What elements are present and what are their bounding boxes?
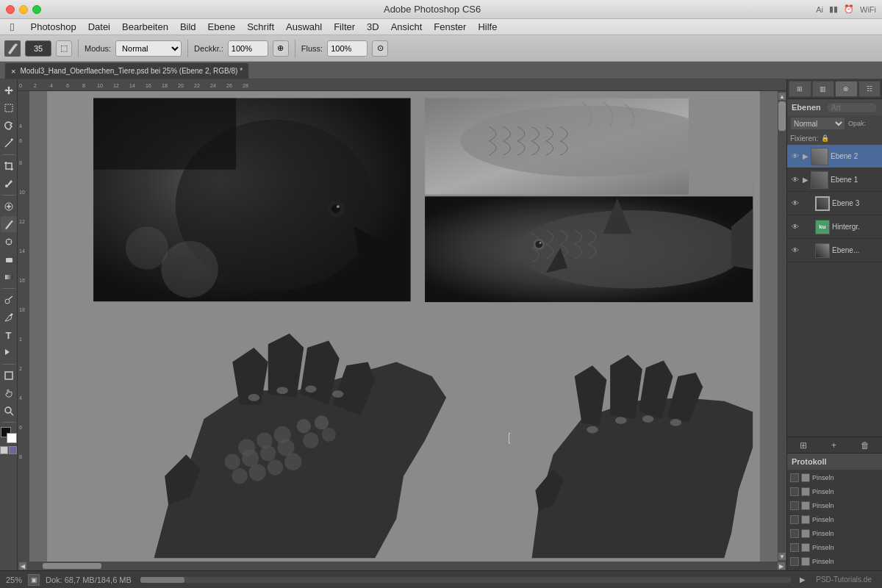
move-tool[interactable] — [1, 82, 17, 98]
proto-check-2[interactable] — [790, 487, 799, 496]
apple-menu[interactable]:  — [4, 19, 20, 35]
proto-check-5[interactable] — [790, 529, 799, 538]
modus-select[interactable]: Normal — [115, 40, 182, 57]
zoom-indicator[interactable]: ▣ — [28, 574, 40, 586]
pen-tool[interactable] — [1, 309, 17, 326]
path-select-tool[interactable] — [1, 345, 17, 361]
deckk-input[interactable] — [228, 40, 268, 57]
proto-check-1[interactable] — [790, 473, 799, 482]
quick-mask-mode[interactable] — [9, 446, 17, 454]
layers-icon-btn[interactable]: ⊞ — [789, 81, 811, 97]
zoom-tool[interactable] — [1, 403, 17, 419]
menu-auswahl[interactable]: Auswahl — [280, 20, 328, 34]
gradient-tool[interactable] — [1, 269, 17, 285]
proto-check-6[interactable] — [790, 543, 799, 552]
menu-ansicht[interactable]: Ansicht — [385, 20, 429, 34]
proto-item[interactable]: Pinseln — [789, 527, 881, 540]
lasso-tool[interactable] — [1, 118, 17, 134]
channels-icon-btn[interactable]: ▥ — [812, 81, 835, 97]
right-panel: ⊞ ▥ ⊗ ☷ Ebenen Normal Opak: Fixieren: 🔒 — [786, 79, 882, 570]
clone-tool[interactable] — [1, 234, 17, 250]
maximize-button[interactable] — [32, 5, 41, 14]
menu-hilfe[interactable]: Hilfe — [472, 20, 503, 34]
proto-color-3 — [801, 501, 810, 510]
close-button[interactable] — [6, 5, 15, 14]
new-group-btn[interactable]: ⊞ — [800, 440, 807, 451]
proto-item[interactable]: Pinseln — [789, 541, 881, 554]
layer-item[interactable]: 👁 ku Hintergr. — [787, 215, 882, 239]
layer-item[interactable]: 👁 ▶ Ebene 2 — [787, 145, 882, 168]
text-tool[interactable]: T — [1, 327, 17, 343]
proto-check-4[interactable] — [790, 515, 799, 524]
tab-close[interactable]: × — [11, 67, 15, 76]
scroll-thumb-v[interactable] — [778, 101, 786, 131]
proto-check-3[interactable] — [790, 501, 799, 510]
proto-item[interactable]: Pinseln — [789, 555, 881, 568]
proto-item[interactable]: Pinseln — [789, 471, 881, 484]
menu-datei[interactable]: Datei — [82, 20, 116, 34]
airbrush-icon[interactable]: ⊕ — [273, 40, 289, 57]
marquee-tool[interactable] — [1, 100, 17, 116]
ruler-side: 2 4 6 8 10 12 14 16 18 1 2 4 6 8 — [18, 91, 29, 562]
scroll-track-h[interactable] — [28, 563, 776, 569]
history-icon-btn[interactable]: ☷ — [858, 81, 881, 97]
scroll-left-btn[interactable]: ◀ — [19, 562, 26, 570]
heal-tool[interactable] — [1, 198, 17, 215]
svg-point-77 — [260, 445, 276, 461]
hand-tool[interactable] — [1, 385, 17, 401]
protokoll-panel: Protokoll Pinseln Pinseln Pinseln — [787, 453, 882, 570]
new-layer-btn[interactable]: + — [831, 440, 836, 451]
proto-item[interactable]: Pinseln — [789, 485, 881, 498]
menu-schrift[interactable]: Schrift — [241, 20, 280, 34]
paths-icon-btn[interactable]: ⊗ — [835, 81, 858, 97]
dodge-tool[interactable] — [1, 292, 17, 308]
scroll-right-btn[interactable]: ▶ — [778, 562, 785, 570]
menu-ebene[interactable]: Ebene — [202, 20, 242, 34]
fluss-input[interactable] — [327, 40, 368, 57]
proto-item[interactable]: Pinseln — [789, 499, 881, 512]
scroll-bar-bottom[interactable] — [140, 577, 791, 583]
menu-photoshop[interactable]: Photoshop — [24, 20, 82, 34]
delete-layer-btn[interactable]: 🗑 — [861, 440, 870, 451]
layers-search[interactable] — [826, 102, 878, 113]
color-boxes[interactable] — [1, 427, 17, 443]
layer-visibility-2[interactable]: 👁 — [790, 175, 800, 185]
menu-filter[interactable]: Filter — [328, 20, 361, 34]
menu-bearbeiten[interactable]: Bearbeiten — [116, 20, 174, 34]
proto-item[interactable]: Pinseln — [789, 513, 881, 526]
menu-3d[interactable]: 3D — [361, 20, 385, 34]
layer-visibility-5[interactable]: 👁 — [790, 245, 800, 256]
brush-tool-icon[interactable] — [4, 40, 21, 57]
scroll-down-btn[interactable]: ▼ — [778, 553, 786, 560]
background-color[interactable] — [7, 433, 17, 443]
crop-tool[interactable] — [1, 158, 17, 174]
minimize-button[interactable] — [19, 5, 28, 14]
layer-item[interactable]: 👁 Ebene... — [787, 239, 882, 262]
layer-visibility-3[interactable]: 👁 — [790, 198, 800, 209]
brush-preset-icon[interactable]: ⬚ — [56, 40, 72, 57]
eraser-tool[interactable] — [1, 251, 17, 268]
standard-mode[interactable] — [0, 446, 8, 454]
fluss-icon[interactable]: ⊙ — [372, 40, 388, 57]
vertical-scrollbar[interactable]: ▲ ▼ — [778, 91, 786, 562]
shape-tool[interactable] — [1, 368, 17, 384]
layer-visibility-1[interactable]: 👁 — [790, 151, 800, 162]
layer-item[interactable]: 👁 Ebene 3 — [787, 192, 882, 215]
menu-fenster[interactable]: Fenster — [428, 20, 472, 34]
layer-visibility-4[interactable]: 👁 — [790, 222, 800, 232]
eyedropper-tool[interactable] — [1, 176, 17, 192]
menu-bild[interactable]: Bild — [174, 20, 202, 34]
brush-tool[interactable] — [1, 216, 17, 232]
svg-point-62 — [461, 105, 717, 176]
magic-wand-tool[interactable] — [1, 135, 17, 151]
scroll-up-btn[interactable]: ▲ — [778, 93, 786, 100]
scroll-thumb-h[interactable] — [43, 563, 101, 569]
scroll-thumb-bottom[interactable] — [140, 577, 184, 583]
layer-mode-select[interactable]: Normal — [790, 117, 845, 130]
proto-check-7[interactable] — [790, 557, 799, 566]
canvas-area[interactable] — [29, 91, 778, 562]
svg-text:6: 6 — [19, 138, 22, 143]
play-button[interactable]: ▶ — [800, 576, 806, 584]
document-tab[interactable]: × Modul3_Hand_Oberflaechen_Tiere.psd bei… — [4, 62, 249, 79]
layer-item[interactable]: 👁 ▶ Ebene 1 — [787, 168, 882, 192]
